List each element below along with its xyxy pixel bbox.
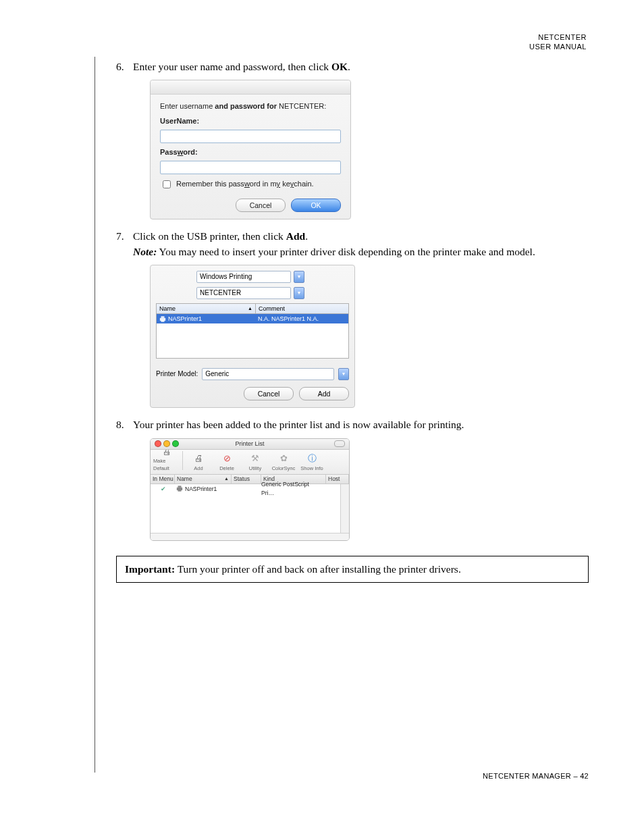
printer-list-body: ✔ NASPrinter1 Generic PostScript Pri… [151, 484, 349, 533]
pw-c: ord: [183, 148, 197, 156]
rm-e: ke [280, 180, 290, 188]
delete-icon: ⊘ [221, 454, 233, 465]
svg-rect-2 [161, 320, 165, 322]
col-comment-header[interactable]: Comment [256, 304, 348, 313]
tb-add-label: Add [194, 465, 203, 473]
auth-cancel-button[interactable]: Cancel [236, 199, 286, 212]
auth-ok-button[interactable]: OK [291, 199, 341, 212]
add-printer-icon: 🖨 [192, 454, 205, 465]
checkmark-icon: ✔ [161, 485, 166, 493]
auth-prompt-c: NETCENTER: [277, 102, 326, 110]
step-7-line1-c: . [305, 230, 308, 242]
combo-protocol-row: Windows Printing ▾ [196, 271, 349, 283]
password-label: Password: [160, 147, 341, 158]
printer-row-selected[interactable]: NASPrinter1 N.A. NASPrinter1 N.A. [157, 314, 348, 323]
tb-utility-label: Utility [249, 465, 261, 473]
tb-make-default[interactable]: 🖨 Make Default [153, 446, 180, 473]
tb-colorsync-label: ColorSync [272, 465, 296, 473]
content-column: 6. Enter your user name and password, th… [116, 59, 589, 583]
printer-icon [159, 316, 166, 322]
row-kind: Generic PostScript Pri… [259, 484, 323, 494]
auth-prompt: Enter username and password for NETCENTE… [160, 101, 341, 112]
remember-row: Remember this password in my keychain. [160, 178, 341, 190]
auth-prompt-a: Enter username [160, 102, 215, 110]
printer-list-scrollbar[interactable] [340, 484, 349, 533]
username-label: UserName: [160, 116, 341, 127]
printer-list-window: Printer List 🖨 Make Default 🖨 Add [150, 438, 350, 541]
page-header: NETCENTER USER MANUAL [529, 32, 587, 52]
col-inmenu[interactable]: In Menu [151, 475, 175, 484]
important-callout: Important: Turn your printer off and bac… [116, 556, 589, 583]
page-footer: NETCENTER MANAGER – 42 [483, 772, 589, 780]
tb-showinfo-label: Show Info [300, 465, 323, 473]
username-input[interactable] [160, 130, 341, 143]
toolbar-toggle-icon[interactable] [334, 440, 345, 447]
col-name[interactable]: Name ▲ [175, 475, 232, 484]
add-printer-dialog: Windows Printing ▾ NETCENTER ▾ Name ▲ [150, 265, 355, 408]
printer-list-footer [151, 533, 349, 540]
tb-utility[interactable]: ⚒ Utility [242, 454, 269, 473]
remember-label: Remember this password in my keychain. [176, 179, 314, 190]
auth-prompt-b: and password for [215, 102, 277, 110]
password-input[interactable] [160, 161, 341, 174]
col-name-label: Name [159, 305, 176, 313]
step-6-ok-bold: OK [331, 61, 348, 72]
sort-indicator-icon: ▲ [248, 305, 252, 312]
auth-dialog: Enter username and password for NETCENTE… [150, 80, 351, 219]
header-line1: NETCENTER [529, 32, 587, 42]
printer-model-caret-icon[interactable]: ▾ [338, 368, 349, 380]
tb-showinfo[interactable]: ⓘ Show Info [298, 454, 325, 473]
printer-row-name: NASPrinter1 [168, 315, 202, 323]
col-host[interactable]: Host [326, 475, 349, 484]
combo-protocol-caret-icon[interactable]: ▾ [294, 271, 304, 283]
toolbar-separator [182, 451, 183, 470]
combo-workgroup-caret-icon[interactable]: ▾ [294, 287, 304, 299]
remember-checkbox[interactable] [163, 180, 171, 188]
combo-protocol[interactable]: Windows Printing [196, 271, 291, 283]
step-7-number: 7. [116, 229, 124, 244]
tb-colorsync[interactable]: ✿ ColorSync [270, 454, 297, 473]
rm-b: w [244, 180, 250, 188]
step-7-line1-a: Click on the USB printer, then click [133, 230, 286, 242]
important-text: Turn your printer off and back on after … [175, 563, 461, 575]
combo-workgroup-row: NETCENTER ▾ [196, 287, 349, 299]
tb-make-default-label: Make Default [153, 458, 180, 473]
printer-list-titlebar: Printer List [151, 439, 349, 450]
addprinter-add-button[interactable]: Add [299, 387, 349, 400]
tb-delete[interactable]: ⊘ Delete [213, 454, 240, 473]
rm-g: chain. [294, 180, 313, 188]
col-name-sort-icon: ▲ [224, 475, 229, 482]
printer-model-label: Printer Model: [156, 369, 198, 380]
step-7-add-bold: Add [286, 230, 305, 242]
addprinter-cancel-button[interactable]: Cancel [244, 387, 294, 400]
colorsync-icon: ✿ [277, 454, 290, 465]
header-line2: USER MANUAL [529, 42, 587, 51]
col-name-text: Name [177, 475, 192, 483]
printer-model-combo[interactable]: Generic [202, 368, 334, 380]
tb-add[interactable]: 🖨 Add [185, 454, 212, 473]
printer-table: Name ▲ Comment NASPrinter1 N.A. NASPrint… [156, 303, 349, 359]
pw-b: w [178, 148, 184, 156]
combo-workgroup[interactable]: NETCENTER [196, 287, 291, 299]
vertical-margin-rule [95, 57, 95, 773]
step-7: 7. Click on the USB printer, then click … [116, 229, 589, 408]
col-status[interactable]: Status [232, 475, 261, 484]
step-6-number: 6. [116, 59, 124, 74]
printer-model-row: Printer Model: Generic ▾ [156, 368, 349, 380]
step-8: 8. Your printer has been added to the pr… [116, 417, 589, 540]
printer-list-row[interactable]: ✔ NASPrinter1 Generic PostScript Pri… [151, 484, 349, 494]
printer-table-header: Name ▲ Comment [157, 304, 348, 314]
step-7-note-label: Note: [133, 246, 157, 257]
col-name-header[interactable]: Name ▲ [157, 304, 256, 313]
printer-row-comment: N.A. NASPrinter1 N.A. [255, 314, 348, 323]
auth-titlebar [151, 80, 350, 95]
rm-c: ord in m [250, 180, 277, 188]
rm-a: Remember this pass [176, 180, 244, 188]
svg-rect-1 [161, 316, 165, 318]
row-status [230, 484, 259, 494]
svg-rect-4 [178, 486, 182, 488]
info-icon: ⓘ [306, 454, 318, 465]
svg-rect-5 [178, 490, 182, 492]
tb-delete-label: Delete [219, 465, 234, 473]
row-name: NASPrinter1 [185, 485, 217, 493]
